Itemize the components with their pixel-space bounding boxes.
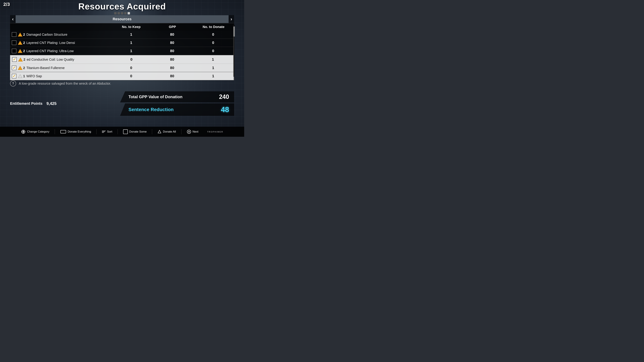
row-gpp: 80 [152, 64, 192, 72]
sort-label: Sort [107, 130, 112, 133]
tier-num: 2 [23, 33, 25, 36]
gpp-value: 240 [219, 93, 229, 100]
rectangle-icon [60, 130, 66, 134]
row-keep: 1 [111, 39, 152, 46]
triangle-white-icon [18, 74, 22, 78]
change-category-label: Change Category [27, 130, 49, 133]
tier-icon: 2 [18, 32, 25, 36]
sort-line-2 [102, 132, 105, 132]
row-checkbox[interactable] [12, 40, 16, 45]
svg-marker-7 [158, 130, 161, 133]
tier-num: 2 [24, 58, 25, 61]
divider [181, 129, 182, 134]
dot-2 [118, 12, 120, 14]
row-keep: 0 [111, 64, 152, 72]
row-gpp: 80 [152, 56, 192, 63]
checkmark-icon: ✓ [12, 74, 16, 78]
dot-1 [114, 12, 116, 14]
bottom-stats: Entitlement Points 9,425 Total GPP Value… [0, 91, 244, 117]
tier-num: 2 [23, 66, 25, 70]
donate-everything-action[interactable]: Donate Everything [60, 130, 91, 134]
sort-line-3 [102, 132, 104, 133]
entitlement-label: Entitlement Points [10, 101, 42, 106]
row-donate: 1 [193, 72, 234, 80]
bottom-bar: Change Category Donate Everything Sort D… [0, 127, 244, 137]
triangle-yellow-icon [18, 32, 22, 36]
next-label: Next [192, 130, 198, 133]
row-left: 2 Damaged Carbon Structure [10, 30, 111, 38]
scrollbar[interactable] [233, 25, 234, 77]
row-donate: 0 [193, 39, 234, 46]
tier-icon: 2 [18, 49, 25, 53]
row-gpp: 80 [152, 47, 192, 55]
table-row[interactable]: 2 Layered CNT Plating: Ultra-Low 1 80 0 [10, 47, 234, 55]
row-name: Titanium-Based Fullerene [26, 66, 109, 70]
row-checkbox[interactable]: ✓ [12, 65, 16, 70]
scrollbar-thumb[interactable] [234, 26, 235, 36]
checkmark-icon: ✓ [12, 66, 16, 70]
col-header-keep: No. to Keep [111, 23, 152, 30]
row-donate: 1 [193, 64, 234, 72]
cross-icon [187, 130, 191, 134]
divider [118, 129, 118, 134]
row-name: Layered CNT Plating: Low Densi [26, 41, 109, 45]
tier-num: 2 [23, 49, 25, 53]
dot-3 [121, 12, 123, 14]
row-left: ✓ 2 ed Conductive Coil: Low Quality [10, 55, 111, 63]
col-header-name [10, 23, 111, 30]
sentence-value: 48 [221, 105, 229, 114]
triangle-yellow-icon [18, 49, 22, 53]
entitlement-section: Entitlement Points 9,425 [10, 91, 56, 116]
sort-action[interactable]: Sort [102, 130, 112, 133]
row-checkbox[interactable]: ✓ [12, 57, 17, 62]
prev-category-button[interactable]: ‹ [10, 15, 16, 23]
row-gpp: 80 [152, 31, 192, 38]
table-nav: ‹ Resources › [10, 15, 234, 23]
change-category-action[interactable]: Change Category [21, 130, 49, 134]
row-left: ✓ 1 Will'O Sap [10, 72, 111, 80]
tier-icon: 2 [18, 66, 25, 70]
donate-some-action[interactable]: Donate Some [123, 129, 146, 134]
table-row[interactable]: ✓ 2 Titanium-Based Fullerene 0 80 1 [10, 64, 234, 72]
table-row[interactable]: ✓ 2 ed Conductive Coil: Low Quality 0 80… [10, 55, 234, 64]
main-content: ‹ Resources › No. to Keep GPP No. to Don… [10, 15, 234, 80]
table-row[interactable]: 2 Damaged Carbon Structure 1 80 0 [10, 30, 234, 39]
question-mark: ? [12, 82, 14, 85]
sort-icon [102, 131, 106, 133]
svg-rect-6 [60, 130, 66, 133]
row-left: 2 Layered CNT Plating: Low Densi [10, 39, 111, 47]
table-row[interactable]: ✓ 1 Will'O Sap 0 80 1 [10, 72, 234, 80]
triangle-icon [158, 130, 162, 134]
col-header-gpp: GPP [152, 23, 193, 30]
logo: TROPHIMER [207, 131, 223, 133]
next-action[interactable]: Next [187, 130, 198, 134]
row-gpp: 80 [152, 72, 192, 80]
tier-num: 2 [23, 41, 25, 45]
row-left: 2 Layered CNT Plating: Ultra-Low [10, 47, 111, 55]
gpp-section: Total GPP Value of Donation 240 [120, 91, 234, 102]
donate-some-label: Donate Some [129, 130, 146, 133]
triangle-yellow-icon [18, 57, 23, 61]
row-checkbox[interactable] [12, 49, 16, 53]
pagination-dots [114, 12, 130, 14]
row-name: Damaged Carbon Structure [26, 33, 109, 36]
table-row[interactable]: 2 Layered CNT Plating: Low Densi 1 80 0 [10, 39, 234, 47]
sentence-section: Sentence Reduction 48 [120, 103, 234, 116]
table-body: 2 Damaged Carbon Structure 1 80 0 2 Laye… [10, 30, 234, 80]
dot-5-active [128, 12, 130, 14]
col-header-donate: No. to Donate [193, 23, 234, 30]
triangle-yellow-icon [18, 41, 22, 45]
next-category-button[interactable]: › [228, 15, 234, 23]
gpp-label: Total GPP Value of Donation [128, 94, 182, 99]
sentence-label: Sentence Reduction [128, 107, 174, 112]
donate-all-label: Donate All [163, 130, 176, 133]
donate-all-action[interactable]: Donate All [158, 130, 176, 134]
row-donate: 0 [193, 31, 234, 38]
info-icon: ? [10, 80, 16, 86]
row-name: Layered CNT Plating: Ultra-Low [26, 49, 109, 53]
joystick-icon [21, 130, 26, 134]
row-keep: 1 [111, 31, 152, 38]
info-section: ? A low-grade resource salvaged from the… [10, 80, 234, 86]
row-checkbox[interactable] [12, 32, 16, 37]
row-checkbox[interactable]: ✓ [12, 74, 16, 78]
